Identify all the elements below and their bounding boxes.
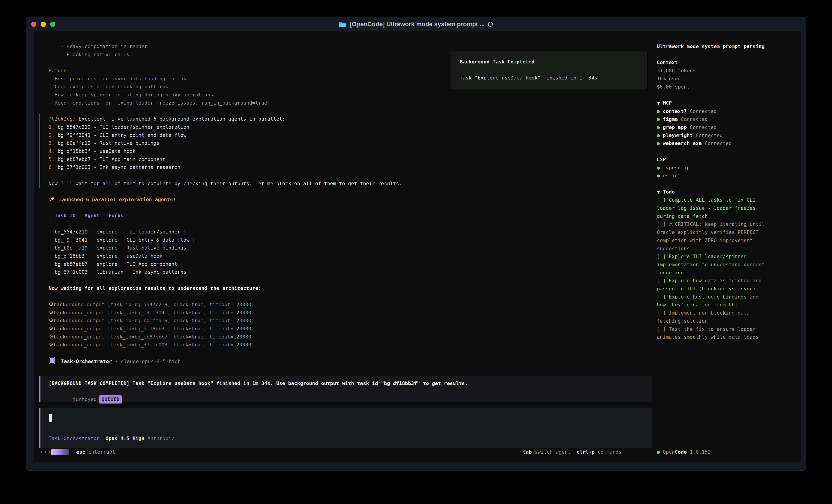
mcp-server-item: ● figma Connected xyxy=(657,115,801,123)
status-dot-icon: ● xyxy=(657,133,663,138)
shortcut-key: esc xyxy=(76,449,85,455)
terminal-line: 2. bg_f9ff3041 - CLI entry point and dat… xyxy=(49,131,639,139)
todo-item: [ ] Explore Rust core bindings and how t… xyxy=(657,293,769,309)
terminal-line xyxy=(49,348,639,357)
toast-body: Task "Explore useData hook" finished in … xyxy=(460,74,647,82)
terminal-line: | bg_df18bb3f | explore | useData hook | xyxy=(49,252,639,260)
lsp-list: ● typescript● eslint xyxy=(657,164,801,180)
terminal-line xyxy=(49,107,639,115)
context-stat: 16% used xyxy=(657,75,801,83)
terminal-content: - Heavy computation in render - Blocking… xyxy=(34,31,801,462)
terminal-line xyxy=(49,188,639,196)
spinner-dots-icon xyxy=(41,451,50,453)
terminal-line: 6. bg_37f1c003 - Ink async patterns rese… xyxy=(49,163,639,171)
todo-list: [ ] Complete ALL tasks to fix CLI loader… xyxy=(657,196,801,341)
status-bar: esc interrupt tab switch agent ctrl+p co… xyxy=(34,448,801,456)
terminal-output[interactable]: - Heavy computation in render - Blocking… xyxy=(49,43,639,365)
window-title: [OpenCode] Ultrawork mode system prompt … xyxy=(350,21,485,28)
status-dot-icon: ● xyxy=(657,124,663,130)
status-dot-icon: ● xyxy=(657,173,663,178)
mcp-server-item: ● grep_app Connected xyxy=(657,123,801,132)
window-title-area: [OpenCode] Ultrawork mode system prompt … xyxy=(26,17,806,31)
app-version-number: 1.0.152 xyxy=(690,449,711,455)
terminal-line: Thinking: Excellent! I've launched 6 bac… xyxy=(49,115,639,123)
mcp-server-item: ● context7 Connected xyxy=(657,107,801,115)
terminal-line xyxy=(49,171,639,179)
warning-icon: ⚠ xyxy=(669,221,675,227)
terminal-line: Now waiting for all exploration results … xyxy=(49,284,639,292)
terminal-line: - How to keep spinner animating during h… xyxy=(49,91,639,99)
sidebar-title: Ultrawork mode system prompt parsing xyxy=(657,43,801,51)
completed-banner-text: [BACKGROUND TASK COMPLETED] Task "Explor… xyxy=(49,380,652,388)
toast-title: Background Task Completed xyxy=(460,58,647,66)
background-task-toast[interactable]: Background Task Completed Task "Explore … xyxy=(450,52,647,89)
gear-icon: ⚙ xyxy=(49,341,54,348)
agent-icon xyxy=(49,357,55,364)
gear-icon: ⚙ xyxy=(49,309,54,316)
app-window: [OpenCode] Ultrawork mode system prompt … xyxy=(26,17,806,471)
status-dot-icon: ● xyxy=(657,165,663,170)
terminal-line: Now I'll wait for all of them to complet… xyxy=(49,179,639,188)
terminal-line: | bg_37f1c003 | librarian | Ink async pa… xyxy=(49,268,639,276)
recording-ring-icon xyxy=(488,22,493,27)
app-name-dim: Open xyxy=(663,449,675,455)
todo-item: [ ] Complete ALL tasks to fix CLI loader… xyxy=(657,196,769,220)
shortcut-label: interrupt xyxy=(85,449,115,455)
todo-item: [ ] Explore TUI loader/spinner implement… xyxy=(657,252,769,277)
agent-name: Task-Orchestrator xyxy=(49,436,100,441)
todo-item: [ ] Explore how data is fetched and pass… xyxy=(657,277,769,292)
terminal-line: ⚙background_output [task_id=bg_37f1c003,… xyxy=(49,340,639,348)
lsp-server-item: ● eslint xyxy=(657,172,801,180)
message-input[interactable]: Task-Orchestrator Opus 4.5 High Anthropi… xyxy=(40,408,652,448)
terminal-line: - Heavy computation in render xyxy=(49,43,639,51)
mcp-heading[interactable]: ▼MCP xyxy=(657,99,801,107)
thinking-quote-bar xyxy=(40,114,40,188)
context-stat: $0.00 spent xyxy=(657,83,801,91)
status-dot-icon: ● xyxy=(657,108,663,114)
context-stat: 31,686 tokens xyxy=(657,66,801,75)
terminal-line: | bg_f9ff3041 | explore | CLI entry & da… xyxy=(49,236,639,244)
terminal-line: 1. bg_5547c219 - TUI loader/spinner expl… xyxy=(49,123,639,131)
agent-model: Opus 4.5 High xyxy=(106,436,145,441)
terminal-line: ⚙background_output [task_id=bg_f9ff3041,… xyxy=(49,308,639,316)
terminal-line: ⚙background_output [task_id=bg_b0effa19,… xyxy=(49,316,639,325)
chevron-down-icon: ▼ xyxy=(657,101,660,106)
terminal-line: 5. bg_eb87ebb7 - TUI App main component xyxy=(49,156,639,164)
todo-item: [ ] Implement non-blocking data fetching… xyxy=(657,309,769,325)
status-hints-left: esc interrupt xyxy=(76,448,115,456)
terminal-line xyxy=(49,276,639,284)
todo-heading[interactable]: ▼Todo xyxy=(657,188,801,196)
terminal-line: | bg_eb87ebb7 | explore | TUI App compon… xyxy=(49,260,639,268)
todo-item: [ ] ⚠ CRITICAL: Keep iterating until Ora… xyxy=(657,220,769,252)
terminal-line: 3. bg_b0effa19 - Rust native bindings xyxy=(49,139,639,147)
shortcut-key: ctrl+p xyxy=(571,449,595,455)
terminal-line: | bg_b0effa19 | explore | Rust native bi… xyxy=(49,244,639,252)
todo-item: [ ] Test the fix to ensure loader animat… xyxy=(657,325,769,341)
sidebar: Ultrawork mode system prompt parsing Con… xyxy=(657,43,801,341)
terminal-line: | bg_5547c219 | explore | TUI loader/spi… xyxy=(49,228,639,236)
terminal-line: ⚙background_output [task_id=bg_eb87ebb7,… xyxy=(49,333,639,341)
terminal-line xyxy=(49,204,639,212)
terminal-line: | Task ID | Agent | Focus | xyxy=(49,212,639,220)
mcp-server-item: ● websearch_exa Connected xyxy=(657,139,801,147)
mcp-list: ● context7 Connected● figma Connected● g… xyxy=(657,107,801,148)
terminal-line: ⚙background_output [task_id=bg_df18bb3f,… xyxy=(49,325,639,333)
terminal-line: 4. bg_df18bb3f - useData hook xyxy=(49,147,639,156)
terminal-line: - Recommendations for fixing loader free… xyxy=(49,99,639,107)
mcp-server-item: ● playwright Connected xyxy=(657,132,801,140)
terminal-line: |---------|-------|-------| xyxy=(49,220,639,228)
context-heading: Context xyxy=(657,58,801,66)
app-version: ● OpenCode 1.0.152 xyxy=(657,448,710,456)
gear-icon: ⚙ xyxy=(49,333,54,340)
gear-icon: ⚙ xyxy=(49,301,54,308)
gear-icon: ⚙ xyxy=(49,325,54,332)
terminal-line: Task-Orchestrator · claude-opus-4-5-high xyxy=(49,357,639,365)
completed-banner: [BACKGROUND TASK COMPLETED] Task "Explor… xyxy=(40,376,652,402)
lsp-heading: LSP xyxy=(657,156,801,164)
chevron-down-icon: ▼ xyxy=(657,190,660,194)
folder-icon xyxy=(339,21,346,27)
completed-banner-author: junhoyeo xyxy=(73,396,97,402)
shortcut-label: commands xyxy=(595,449,622,455)
status-dot-icon: ● xyxy=(657,116,663,122)
terminal-line: ⚙background_output [task_id=bg_5547c219,… xyxy=(49,300,639,308)
